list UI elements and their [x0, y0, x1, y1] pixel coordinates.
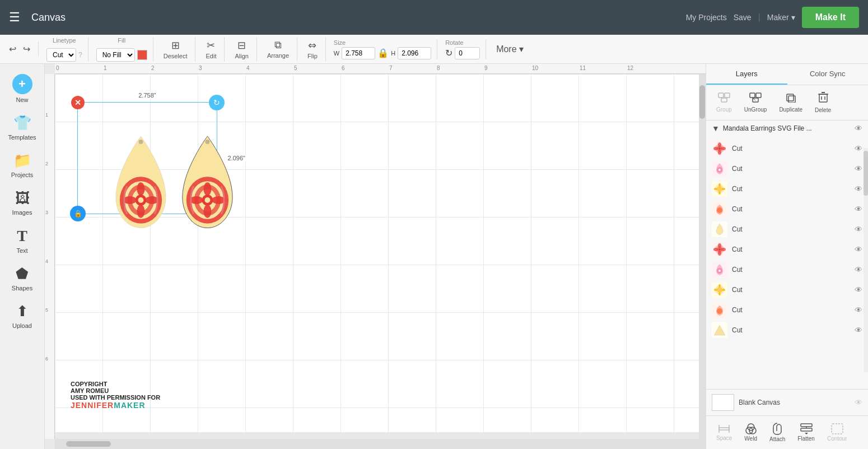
- rotate-icon: ↻: [445, 48, 452, 58]
- delete-icon: [818, 92, 828, 106]
- layer-item[interactable]: Cut 👁: [706, 260, 868, 280]
- fill-color-swatch[interactable]: [137, 50, 147, 60]
- width-input[interactable]: [342, 47, 375, 59]
- make-it-button[interactable]: Make It: [802, 7, 859, 28]
- lock-handle[interactable]: 🔒: [70, 206, 86, 221]
- delete-handle[interactable]: ✕: [71, 96, 85, 109]
- svg-rect-29: [787, 94, 794, 101]
- layer-item[interactable]: Cut 👁: [706, 159, 868, 179]
- sidebar-item-text[interactable]: T Text: [2, 223, 43, 258]
- rotate-input[interactable]: [455, 47, 480, 59]
- canvas-area[interactable]: 0 1 2 3 4 5 6 7 8 9 10 11 12 1 2 3 4 5 6: [45, 64, 706, 449]
- redo-button[interactable]: ↪: [21, 41, 32, 57]
- svg-rect-76: [801, 428, 812, 431]
- sidebar-item-templates[interactable]: 👕 Templates: [2, 110, 43, 145]
- blank-canvas-item[interactable]: Blank Canvas 👁: [706, 389, 868, 415]
- scrollbar-thumb-h[interactable]: [66, 441, 111, 447]
- canvas-scrollbar-v[interactable]: [699, 74, 706, 439]
- maker-selector[interactable]: Maker ▾: [767, 13, 795, 22]
- linetype-group: Linetype Cut ?: [46, 37, 88, 62]
- layer-visibility-icon-9[interactable]: 👁: [855, 326, 862, 335]
- flip-button[interactable]: ⇔ Flip: [305, 37, 320, 62]
- svg-point-46: [717, 186, 722, 192]
- layer-visibility-icon-2[interactable]: 👁: [855, 184, 862, 193]
- sidebar-item-images[interactable]: 🖼 Images: [2, 185, 43, 220]
- svg-rect-31: [819, 94, 827, 102]
- layer-group-header[interactable]: ▼ Mandala Earrings SVG File ... 👁: [706, 121, 868, 136]
- svg-point-42: [721, 147, 726, 150]
- panel-scrollbar-thumb[interactable]: [864, 151, 868, 196]
- watermark-jennifer: JENNIFER: [71, 401, 114, 410]
- selection-box[interactable]: ✕ ↻ 🔒 ⤡ 2.758" 2.096": [77, 102, 217, 214]
- scrollbar-thumb-v[interactable]: [699, 85, 705, 119]
- arrange-button[interactable]: ⧉ Arrange: [265, 37, 291, 61]
- attach-button[interactable]: Attach: [765, 420, 790, 445]
- flatten-button[interactable]: Flatten: [793, 421, 819, 444]
- layer-visibility-icon-0[interactable]: 👁: [855, 144, 862, 153]
- deselect-group: ⊞ Deselect: [161, 37, 196, 62]
- sidebar-item-projects[interactable]: 📁 Projects: [2, 147, 43, 183]
- rotate-handle[interactable]: ↻: [209, 95, 225, 110]
- duplicate-button[interactable]: Duplicate: [774, 90, 807, 115]
- svg-point-40: [718, 150, 721, 155]
- ruler-h-2: 2: [151, 65, 155, 71]
- my-projects-link[interactable]: My Projects: [686, 13, 727, 22]
- weld-button[interactable]: Weld: [740, 421, 762, 444]
- sidebar-item-shapes[interactable]: ⬟ Shapes: [2, 261, 43, 296]
- sidebar-item-upload[interactable]: ⬆ Upload: [2, 298, 43, 334]
- ruler-v-2: 2: [45, 161, 48, 166]
- edit-button[interactable]: ✂ Edit: [203, 37, 218, 62]
- flip-icon: ⇔: [308, 39, 316, 52]
- deselect-button[interactable]: ⊞ Deselect: [161, 37, 190, 62]
- layer-visibility-icon-8[interactable]: 👁: [855, 305, 862, 314]
- linetype-select[interactable]: Cut: [46, 48, 76, 62]
- svg-rect-23: [725, 93, 730, 98]
- layer-visibility-icon-3[interactable]: 👁: [855, 205, 862, 214]
- height-input[interactable]: [398, 47, 431, 59]
- edit-group: ✂ Edit: [203, 37, 225, 62]
- save-button[interactable]: Save: [734, 13, 752, 22]
- layer-item[interactable]: Cut 👁: [706, 280, 868, 300]
- layer-group-visibility-icon[interactable]: 👁: [855, 124, 862, 133]
- ruler-h-0: 0: [56, 65, 59, 71]
- hamburger-icon[interactable]: ☰: [9, 10, 20, 25]
- blank-canvas-visibility-icon[interactable]: 👁: [855, 398, 862, 407]
- canvas-scrollbar-h[interactable]: [55, 439, 706, 449]
- earring-pair: [105, 133, 238, 243]
- lock-aspect-icon[interactable]: 🔒: [377, 48, 389, 58]
- ungroup-button[interactable]: UnGroup: [740, 90, 772, 115]
- blank-canvas-thumb: [712, 394, 734, 411]
- height-label: H: [391, 50, 395, 57]
- earrings-svg: [105, 133, 238, 244]
- layer-item[interactable]: Cut 👁: [706, 199, 868, 219]
- fill-select[interactable]: No Fill: [96, 48, 135, 62]
- layer-name-7: Cut: [732, 286, 850, 294]
- space-button[interactable]: Space: [712, 422, 736, 443]
- tab-layers[interactable]: Layers: [706, 64, 787, 85]
- layer-item[interactable]: Cut 👁: [706, 219, 868, 239]
- layer-visibility-icon-4[interactable]: 👁: [855, 225, 862, 234]
- layer-visibility-icon-6[interactable]: 👁: [855, 265, 862, 274]
- group-button[interactable]: Group: [712, 90, 736, 115]
- layer-item[interactable]: Cut 👁: [706, 179, 868, 199]
- layer-name-4: Cut: [732, 225, 850, 233]
- layer-item[interactable]: Cut 👁: [706, 239, 868, 260]
- align-button[interactable]: ⊟ Align: [232, 37, 250, 62]
- layer-visibility-icon-5[interactable]: 👁: [855, 245, 862, 254]
- layer-visibility-icon-7[interactable]: 👁: [855, 285, 862, 294]
- layer-item[interactable]: Cut 👁: [706, 138, 868, 159]
- undo-button[interactable]: ↩: [7, 41, 18, 57]
- sidebar-item-new[interactable]: + New: [2, 70, 43, 108]
- svg-rect-75: [801, 424, 812, 427]
- tab-color-sync[interactable]: Color Sync: [787, 64, 869, 85]
- layer-item[interactable]: Cut 👁: [706, 320, 868, 340]
- layer-item[interactable]: Cut 👁: [706, 300, 868, 320]
- canvas-grid[interactable]: ✕ ↻ 🔒 ⤡ 2.758" 2.096": [55, 74, 706, 432]
- contour-button[interactable]: Contour: [823, 421, 852, 444]
- linetype-help[interactable]: ?: [78, 51, 82, 59]
- delete-button[interactable]: Delete: [810, 90, 836, 115]
- layer-visibility-icon-1[interactable]: 👁: [855, 164, 862, 173]
- more-button[interactable]: More ▾: [494, 41, 526, 57]
- panel-scrollbar[interactable]: [864, 148, 868, 372]
- sidebar-item-new-label: New: [16, 96, 28, 103]
